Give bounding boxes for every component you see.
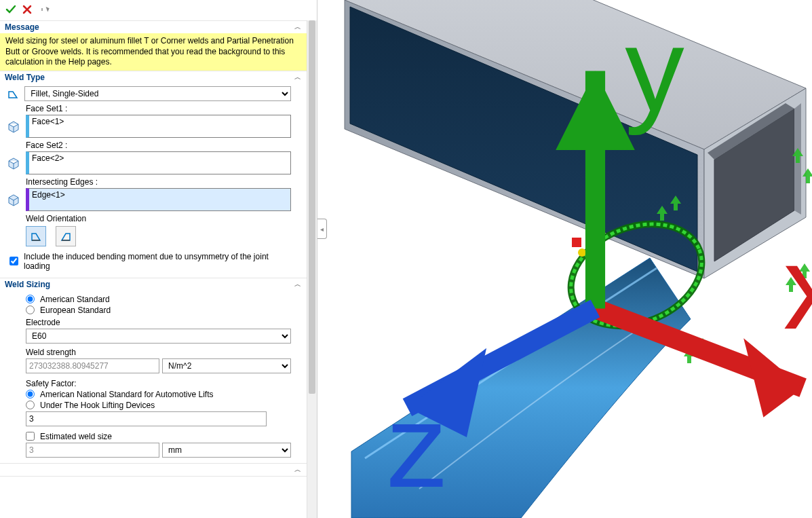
weld-type-select[interactable]: Fillet, Single-Sided — [24, 86, 291, 101]
intersecting-edges-label: Intersecting Edges : — [26, 177, 291, 187]
intersecting-edges-list[interactable]: Edge<1> — [26, 188, 291, 211]
svg-text:y: y — [625, 3, 684, 136]
pin-icon[interactable] — [41, 4, 52, 17]
safety-hook-radio[interactable] — [26, 401, 35, 409]
estimated-weld-size-unit-select[interactable]: mm — [162, 443, 291, 458]
message-text: Weld sizing for steel or aluminum fillet… — [0, 33, 307, 71]
section-header-weld-type[interactable]: Weld Type ︿ — [0, 71, 307, 84]
estimated-weld-size-input — [26, 443, 159, 458]
estimated-weld-size-checkbox[interactable] — [26, 432, 35, 441]
electrode-select[interactable]: E60 — [26, 329, 291, 344]
estimated-weld-size-label: Estimated weld size — [40, 432, 112, 441]
weld-strength-label: Weld strength — [26, 348, 291, 357]
face-set2-label: Face Set2 : — [26, 141, 291, 150]
face-set2-list[interactable]: Face<2> — [26, 151, 291, 174]
svg-text:x: x — [784, 221, 812, 354]
panel-collapse-tab[interactable]: ◂ — [317, 219, 327, 239]
svg-marker-14 — [556, 71, 635, 150]
graphics-viewport[interactable]: x y z — [317, 0, 812, 518]
safety-factor-label: Safety Factor: — [26, 379, 291, 388]
section-title: Message — [5, 22, 39, 32]
section-title: Weld Sizing — [5, 280, 50, 289]
safety-factor-input[interactable] — [26, 411, 267, 426]
weld-orientation-label: Weld Orientation — [26, 214, 291, 223]
face-set1-list[interactable]: Face<1> — [26, 115, 291, 138]
safety-hook-label: Under The Hook Lifting Devices — [40, 401, 155, 410]
american-standard-label: American Standard — [40, 295, 110, 304]
weld-orientation-side2-button[interactable] — [56, 226, 76, 246]
safety-automotive-radio[interactable] — [26, 390, 35, 399]
chevron-up-icon: ︿ — [294, 280, 301, 289]
weld-type-icon — [5, 88, 20, 100]
panel-scrollbar[interactable] — [307, 20, 317, 518]
include-bending-label: Include the induced bending moment due t… — [24, 252, 291, 271]
face-icon — [5, 156, 22, 170]
european-standard-radio[interactable] — [26, 306, 35, 314]
include-bending-checkbox[interactable] — [9, 257, 18, 265]
section-header-message[interactable]: Message ︿ — [0, 20, 307, 33]
chevron-up-icon: ︿ — [294, 465, 301, 475]
svg-text:z: z — [387, 380, 446, 512]
section-header-weld-sizing[interactable]: Weld Sizing ︿ — [0, 278, 307, 291]
section-title: Weld Type — [5, 73, 45, 82]
section-header-collapsed[interactable]: ︿ — [0, 463, 307, 477]
chevron-up-icon: ︿ — [294, 22, 301, 32]
view-orientation-triad[interactable]: x y z — [348, 0, 812, 518]
american-standard-radio[interactable] — [26, 295, 35, 303]
face-set1-label: Face Set1 : — [26, 104, 291, 113]
weld-orientation-side1-button[interactable] — [26, 226, 46, 246]
face-icon — [5, 119, 22, 133]
ok-icon[interactable] — [5, 4, 16, 17]
weld-strength-input — [26, 358, 159, 373]
chevron-up-icon: ︿ — [294, 73, 301, 82]
electrode-label: Electrode — [26, 318, 291, 327]
weld-strength-unit-select[interactable]: N/m^2 — [162, 358, 291, 373]
edge-icon — [5, 193, 22, 206]
safety-automotive-label: American National Standard for Automotiv… — [40, 390, 213, 399]
european-standard-label: European Standard — [40, 306, 111, 315]
cancel-icon[interactable] — [22, 4, 33, 17]
